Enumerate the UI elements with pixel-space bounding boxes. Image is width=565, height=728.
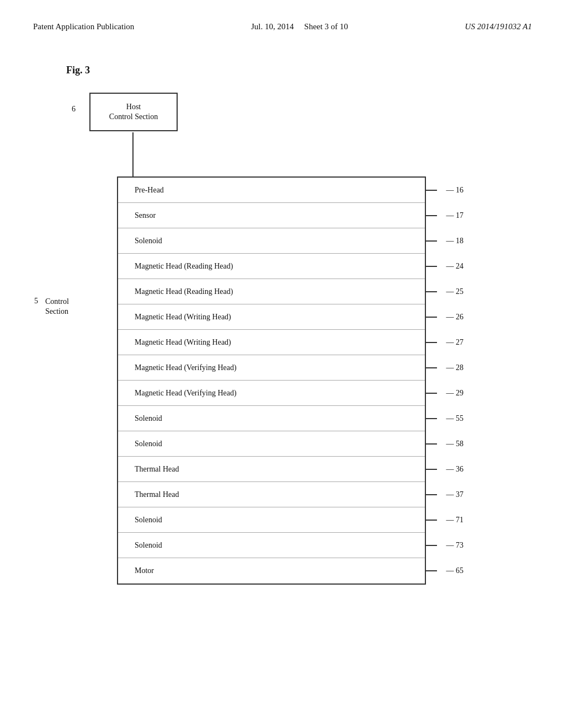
ref-number: — 65 (446, 566, 464, 575)
tick-line (425, 570, 437, 571)
ref-number: — 71 (446, 516, 464, 524)
component-row: Solenoid— 71 (118, 507, 425, 533)
tick-line (425, 342, 437, 343)
component-row: Magnetic Head (Writing Head)— 27 (118, 330, 425, 355)
ref-number: — 18 (446, 237, 464, 245)
component-label: Motor (118, 566, 425, 575)
component-row: Solenoid— 18 (118, 228, 425, 254)
ref-number: — 28 (446, 363, 464, 372)
ref-number: — 17 (446, 211, 464, 220)
component-label: Magnetic Head (Reading Head) (118, 287, 425, 296)
page-header: Patent Application Publication Jul. 10, … (33, 22, 532, 31)
component-label: Pre-Head (118, 186, 425, 195)
ref-number: — 29 (446, 389, 464, 398)
component-row: Thermal Head— 36 (118, 457, 425, 482)
component-row: Magnetic Head (Writing Head)— 26 (118, 304, 425, 330)
ref-number: — 27 (446, 338, 464, 347)
diagram: HostControl Section 6 ControlSection 5 P… (45, 93, 520, 617)
tick-line (425, 520, 437, 521)
component-label: Magnetic Head (Writing Head) (118, 313, 425, 322)
control-section-label: ControlSection (45, 297, 69, 317)
component-row: Solenoid— 55 (118, 406, 425, 431)
component-row: Magnetic Head (Verifying Head)— 28 (118, 355, 425, 381)
ref-number: — 58 (446, 440, 464, 448)
component-label: Solenoid (118, 440, 425, 448)
tick-line (425, 240, 437, 242)
label-6: 6 (72, 105, 76, 114)
header-publication-label: Patent Application Publication (33, 22, 134, 31)
control-section-text: ControlSection (45, 297, 69, 315)
component-label: Magnetic Head (Writing Head) (118, 338, 425, 347)
host-control-label: HostControl Section (109, 102, 158, 122)
tick-line (425, 291, 437, 292)
tick-line (425, 418, 437, 419)
component-row: Motor— 65 (118, 558, 425, 584)
component-row: Solenoid— 58 (118, 431, 425, 457)
ref-number: — 37 (446, 490, 464, 499)
tick-line (425, 545, 437, 546)
ref-number: — 25 (446, 287, 464, 296)
tick-line (425, 443, 437, 445)
ref-number: — 36 (446, 465, 464, 474)
tick-line (425, 494, 437, 495)
tick-line (425, 367, 437, 368)
header-date: Jul. 10, 2014 (251, 22, 294, 31)
component-label: Thermal Head (118, 490, 425, 499)
component-row: Magnetic Head (Reading Head)— 25 (118, 279, 425, 304)
header-sheet: Sheet 3 of 10 (304, 22, 348, 31)
tick-line (425, 317, 437, 318)
component-row: Thermal Head— 37 (118, 482, 425, 507)
header-patent-number: US 2014/191032 A1 (465, 22, 532, 31)
ref-number: — 16 (446, 186, 464, 195)
tick-line (425, 190, 437, 191)
component-label: Sensor (118, 211, 425, 220)
ref-number: — 26 (446, 313, 464, 322)
component-label: Solenoid (118, 237, 425, 245)
component-label: Solenoid (118, 541, 425, 550)
component-row: Magnetic Head (Verifying Head)— 29 (118, 381, 425, 406)
component-label: Magnetic Head (Verifying Head) (118, 389, 425, 398)
figure-label: Fig. 3 (66, 65, 532, 76)
component-row: Sensor— 17 (118, 203, 425, 228)
component-label: Magnetic Head (Verifying Head) (118, 363, 425, 372)
ref-number: — 73 (446, 541, 464, 550)
label-5: 5 (34, 297, 38, 306)
component-row: Pre-Head— 16 (118, 178, 425, 203)
tick-line (425, 393, 437, 394)
host-control-box: HostControl Section (89, 93, 178, 131)
tick-line (425, 469, 437, 470)
component-row: Solenoid— 73 (118, 533, 425, 558)
component-label: Solenoid (118, 516, 425, 524)
tick-line (425, 266, 437, 267)
components-box: Pre-Head— 16Sensor— 17Solenoid— 18Magnet… (117, 176, 426, 585)
ref-number: — 55 (446, 414, 464, 423)
header-date-sheet: Jul. 10, 2014 Sheet 3 of 10 (251, 22, 348, 31)
tick-line (425, 215, 437, 216)
component-label: Magnetic Head (Reading Head) (118, 262, 425, 271)
ref-number: — 24 (446, 262, 464, 271)
component-label: Solenoid (118, 414, 425, 423)
component-row: Magnetic Head (Reading Head)— 24 (118, 254, 425, 279)
component-label: Thermal Head (118, 465, 425, 474)
